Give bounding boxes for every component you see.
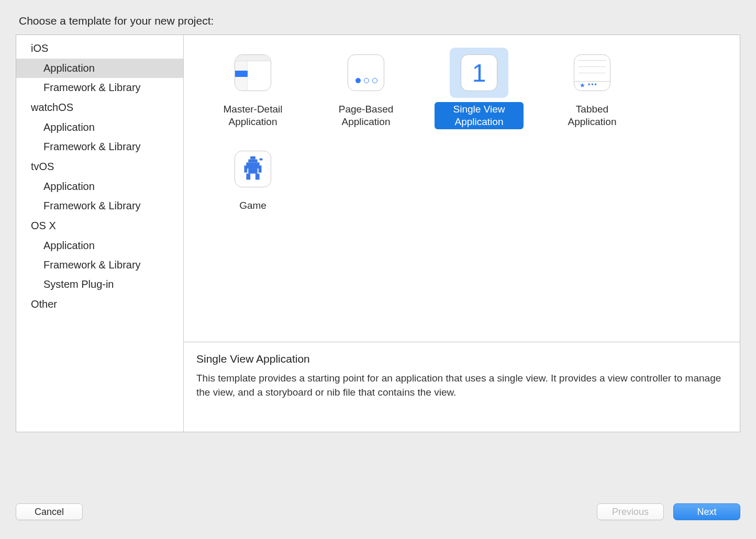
page-based-icon bbox=[337, 48, 395, 98]
sidebar-item-ios-framework[interactable]: Framework & Library bbox=[16, 78, 183, 97]
description-body: This template provides a starting point … bbox=[196, 372, 727, 399]
sidebar-item-watchos-framework[interactable]: Framework & Library bbox=[16, 137, 183, 156]
template-grid: Master-Detail Application Page-Based App… bbox=[184, 35, 740, 342]
svg-rect-3 bbox=[244, 165, 247, 173]
template-tabbed[interactable]: ★ ••• Tabbed Application bbox=[538, 44, 647, 131]
template-page-based[interactable]: Page-Based Application bbox=[312, 44, 420, 131]
master-detail-icon bbox=[224, 48, 282, 98]
sidebar-group-tvos[interactable]: tvOS bbox=[16, 156, 183, 177]
previous-button[interactable]: Previous bbox=[597, 503, 664, 520]
template-label: Single View Application bbox=[435, 102, 524, 129]
sidebar-item-osx-application[interactable]: Application bbox=[16, 236, 183, 255]
sidebar-group-osx[interactable]: OS X bbox=[16, 216, 183, 236]
sidebar-item-tvos-framework[interactable]: Framework & Library bbox=[16, 196, 183, 216]
sidebar-item-watchos-application[interactable]: Application bbox=[16, 118, 183, 137]
svg-rect-7 bbox=[255, 173, 260, 179]
description-title: Single View Application bbox=[196, 353, 727, 365]
sidebar-group-ios[interactable]: iOS bbox=[16, 38, 183, 59]
game-icon bbox=[224, 144, 282, 194]
svg-rect-6 bbox=[246, 173, 250, 179]
sidebar-item-tvos-application[interactable]: Application bbox=[16, 177, 183, 196]
svg-rect-8 bbox=[260, 158, 263, 160]
template-label: Page-Based Application bbox=[321, 102, 410, 129]
sidebar-item-osx-plugin[interactable]: System Plug-in bbox=[16, 275, 183, 294]
cancel-button[interactable]: Cancel bbox=[16, 503, 83, 520]
sidebar: iOS Application Framework & Library watc… bbox=[16, 35, 184, 432]
single-view-icon: 1 bbox=[450, 48, 508, 98]
template-master-detail[interactable]: Master-Detail Application bbox=[198, 44, 307, 131]
sidebar-group-other[interactable]: Other bbox=[16, 294, 183, 315]
template-single-view[interactable]: 1 Single View Application bbox=[425, 44, 533, 131]
svg-rect-2 bbox=[246, 162, 259, 169]
next-button[interactable]: Next bbox=[673, 503, 740, 520]
template-label: Tabbed Application bbox=[548, 102, 637, 129]
svg-rect-1 bbox=[248, 159, 257, 162]
svg-rect-0 bbox=[250, 156, 255, 159]
template-label: Master-Detail Application bbox=[208, 102, 297, 129]
tabbed-icon: ★ ••• bbox=[563, 48, 621, 98]
svg-rect-4 bbox=[259, 165, 262, 173]
main-column: Master-Detail Application Page-Based App… bbox=[184, 35, 740, 432]
description-pane: Single View Application This template pr… bbox=[184, 342, 740, 432]
sheet-title: Choose a template for your new project: bbox=[19, 15, 740, 27]
sidebar-item-osx-framework[interactable]: Framework & Library bbox=[16, 255, 183, 275]
svg-rect-5 bbox=[248, 169, 257, 174]
sidebar-group-watchos[interactable]: watchOS bbox=[16, 97, 183, 118]
template-panel: iOS Application Framework & Library watc… bbox=[16, 35, 740, 432]
template-label: Game bbox=[208, 198, 297, 213]
sidebar-item-ios-application[interactable]: Application bbox=[16, 59, 183, 78]
new-project-sheet: Choose a template for your new project: … bbox=[0, 0, 756, 539]
footer: Cancel Previous Next bbox=[16, 500, 740, 523]
template-game[interactable]: Game bbox=[198, 141, 307, 215]
